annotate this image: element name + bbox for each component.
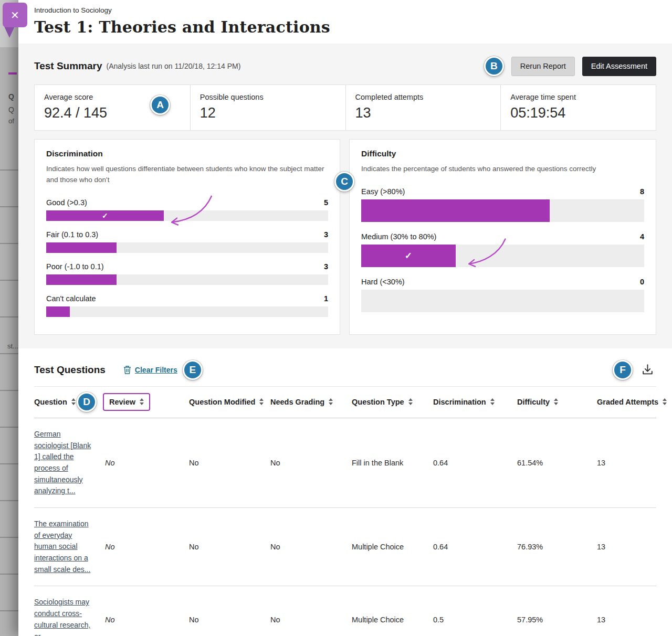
summary-stat: Average time spent 05:19:54: [500, 85, 656, 130]
bar-count: 4: [640, 232, 644, 241]
bar-label: Easy (>80%): [361, 187, 405, 196]
bar-track: ✓: [361, 245, 644, 267]
annotation-badge-c: C: [334, 172, 354, 192]
bar-label: Hard (<30%): [361, 278, 405, 286]
bar-fill: ✓: [361, 245, 456, 267]
cell-review: No: [105, 543, 189, 551]
check-icon: ✓: [405, 251, 412, 260]
background-text-fragment: st...: [7, 342, 18, 350]
column-label: Needs Grading: [270, 398, 324, 406]
cell-needs-grading: No: [270, 543, 352, 551]
header-cell[interactable]: Review D: [105, 393, 189, 411]
header-cell[interactable]: Discrimination: [433, 394, 517, 410]
question-link[interactable]: Sociologists may conduct cross-cultural …: [34, 597, 93, 636]
sort-icon[interactable]: [140, 398, 144, 405]
questions-table: Question Review D Question Modified Need…: [34, 386, 656, 636]
header-cell[interactable]: Graded Attempts: [597, 394, 667, 410]
download-button[interactable]: [639, 361, 656, 378]
bar-track: [361, 199, 644, 222]
table-header-row: Question Review D Question Modified Need…: [34, 386, 656, 418]
bar-label: Fair (0.1 to 0.3): [46, 230, 98, 239]
bar-count: 3: [324, 262, 328, 271]
bar-count: 5: [324, 198, 328, 207]
cell-question-type: Multiple Choice: [352, 616, 433, 624]
cell-discrimination: 0.64: [433, 459, 517, 467]
sort-icon[interactable]: [554, 398, 558, 405]
cell-question-type: Multiple Choice: [352, 543, 433, 551]
bar-count: 8: [640, 187, 644, 196]
bar-group: Hard (<30%) 0: [361, 278, 644, 312]
table-row: Sociologists may conduct cross-cultural …: [34, 586, 656, 636]
sort-icon[interactable]: [329, 398, 333, 405]
sort-icon[interactable]: [663, 398, 667, 405]
background-tab-indicator: [8, 72, 17, 75]
analysis-last-run-note: (Analysis last run on 11/20/18, 12:14 PM…: [107, 62, 241, 70]
summary-stat: Completed attempts 13: [345, 85, 501, 130]
test-summary-section: Test Summary (Analysis last run on 11/20…: [18, 44, 672, 348]
column-label: Difficulty: [517, 398, 550, 406]
cell-question-modified: No: [189, 616, 270, 624]
column-label: Review: [109, 398, 135, 406]
clear-filters-link[interactable]: Clear Filters: [123, 365, 177, 374]
bar-label: Medium (30% to 80%): [361, 232, 436, 241]
bar-count: 1: [324, 294, 328, 303]
cell-needs-grading: No: [270, 616, 352, 624]
difficulty-title: Difficulty: [361, 149, 644, 158]
header-cell[interactable]: Difficulty: [517, 394, 597, 410]
sort-icon[interactable]: [259, 398, 264, 405]
cell-review: No: [105, 616, 189, 624]
page-title: Test 1: Theories and Interactions: [34, 18, 656, 36]
stat-value: 12: [200, 105, 336, 121]
cell-graded-attempts: 13: [597, 459, 656, 467]
test-questions-heading: Test Questions: [34, 364, 106, 376]
edit-assessment-button[interactable]: Edit Assessment: [582, 57, 656, 76]
column-label: Question: [34, 398, 67, 406]
cell-graded-attempts: 13: [597, 543, 656, 551]
annotation-badge-b: B: [484, 56, 504, 76]
stat-value: 05:19:54: [510, 105, 646, 121]
clear-filters-label: Clear Filters: [135, 366, 177, 374]
bar-group: Can't calculate 1: [46, 294, 328, 317]
summary-stats: A Average score 92.4 / 145 Possible ques…: [34, 84, 656, 131]
header-cell[interactable]: Question Type: [352, 394, 433, 410]
cell-question-modified: No: [189, 543, 270, 551]
bar-label: Can't calculate: [46, 294, 96, 303]
header-cell[interactable]: Question Modified: [189, 394, 270, 410]
background-text-fragment: Q: [8, 105, 14, 114]
background-text-fragment: of: [8, 117, 14, 125]
difficulty-card: Difficulty Indicates the percentage of s…: [349, 139, 656, 335]
bar-count: 3: [324, 230, 328, 239]
sort-icon[interactable]: [71, 398, 76, 405]
bar-group: Easy (>80%) 8: [361, 187, 644, 222]
column-label: Discrimination: [433, 398, 486, 406]
close-button[interactable]: ✕: [3, 3, 27, 27]
sort-icon[interactable]: [490, 398, 495, 405]
close-icon: ✕: [10, 9, 19, 22]
annotation-badge-d: D: [77, 392, 97, 412]
panel-header: Introduction to Sociology Test 1: Theori…: [18, 0, 672, 44]
cell-needs-grading: No: [270, 459, 352, 467]
bar-fill: ✓: [46, 210, 164, 221]
bar-fill: [361, 199, 550, 222]
cell-difficulty: 57.95%: [517, 616, 597, 624]
bar-label: Good (>0.3): [46, 198, 87, 207]
bar-group: Medium (30% to 80%) 4 ✓: [361, 232, 644, 267]
test-summary-heading: Test Summary: [34, 60, 102, 72]
rerun-report-button[interactable]: Rerun Report: [511, 57, 575, 76]
analysis-cards: C Discrimination Indicates how well ques…: [34, 139, 656, 335]
cell-question-modified: No: [189, 459, 270, 467]
table-row: The examination of everyday human social…: [34, 508, 656, 586]
question-link[interactable]: The examination of everyday human social…: [34, 518, 93, 575]
cell-review: No: [105, 459, 189, 467]
bar-fill: [46, 242, 117, 253]
question-link[interactable]: German sociologist [Blank 1] called the …: [34, 429, 93, 497]
discrimination-card: Discrimination Indicates how well questi…: [34, 139, 340, 335]
column-label: Graded Attempts: [597, 398, 658, 406]
cell-difficulty: 76.93%: [517, 543, 597, 551]
stat-label: Average time spent: [510, 93, 646, 101]
sort-icon[interactable]: [408, 398, 413, 405]
bar-track: [46, 242, 328, 253]
bar-count: 0: [640, 278, 644, 286]
header-cell[interactable]: Needs Grading: [270, 394, 352, 410]
discrimination-title: Discrimination: [46, 149, 328, 158]
